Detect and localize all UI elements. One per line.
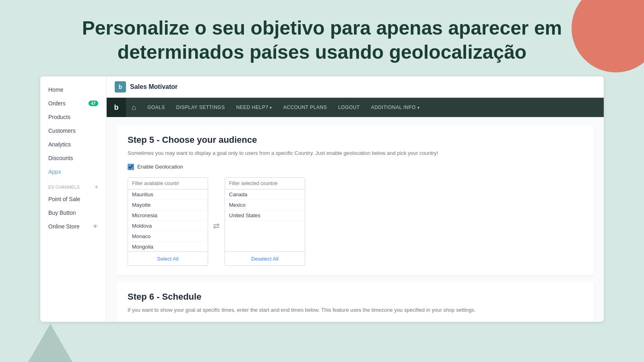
available-countries-footer: Select All [128, 252, 208, 266]
nav-display-settings[interactable]: DISPLAY SETTINGS [171, 98, 231, 117]
home-nav-button[interactable]: ⌂ [126, 98, 142, 117]
list-item[interactable]: Micronesia [128, 210, 208, 221]
nav-goals[interactable]: GOALS [142, 98, 171, 117]
step6-card: Step 6 - Schedule If you want to show yo… [116, 282, 594, 322]
app-brand-icon: b [115, 81, 126, 93]
nav-brand-letter: b [114, 103, 119, 112]
eye-icon: 👁 [93, 223, 98, 230]
need-help-chevron: ▾ [270, 105, 272, 110]
sidebar-item-point-of-sale[interactable]: Point of Sale [40, 192, 106, 206]
main-wrapper: Home Orders 47 Products Customers Analyt… [40, 76, 604, 322]
list-item[interactable]: Mexico [225, 200, 305, 210]
list-item[interactable]: United States [225, 210, 305, 221]
sidebar-item-products[interactable]: Products [40, 110, 106, 124]
step5-title: Step 5 - Choose your audience [128, 135, 583, 145]
available-countries-list: Mauritius Mayotte Micronesia Moldova Mon… [128, 189, 208, 252]
additional-info-chevron: ▾ [417, 105, 420, 110]
step5-card: Step 5 - Choose your audience Sometimes … [116, 125, 594, 276]
nav-items: GOALS DISPLAY SETTINGS NEED HELP? ▾ ACCO… [142, 98, 425, 117]
app-header: b Sales Motivator [107, 76, 604, 98]
transfer-icon: ⇄ [211, 221, 221, 230]
available-countries-filter[interactable] [128, 177, 208, 189]
sidebar-item-apps[interactable]: Apps [40, 165, 106, 179]
sidebar-item-online-store[interactable]: Online Store 👁 [40, 220, 106, 233]
step5-description: Sometimes you may want to display a goal… [128, 149, 583, 157]
list-item[interactable]: Mauritius [128, 189, 208, 200]
country-pickers: Mauritius Mayotte Micronesia Moldova Mon… [128, 177, 583, 266]
content-area: b Sales Motivator b ⌂ GOALS DISPLAY SETT… [107, 76, 604, 322]
sidebar-item-buy-button[interactable]: Buy Button [40, 206, 106, 220]
selected-countries-footer: Deselect All [225, 252, 305, 266]
list-item[interactable]: Monaco [128, 231, 208, 242]
geolocation-label[interactable]: Enable Geolocation [137, 164, 183, 170]
sidebar-item-home[interactable]: Home [40, 83, 106, 97]
selected-countries-filter[interactable] [225, 177, 305, 189]
page-content: Step 5 - Choose your audience Sometimes … [107, 117, 604, 322]
headline-line2: determinados países usando geolocalizaçã… [118, 41, 526, 63]
sidebar: Home Orders 47 Products Customers Analyt… [40, 76, 107, 322]
geolocation-checkbox[interactable] [128, 164, 134, 170]
nav-brand: b [107, 98, 126, 117]
sidebar-item-discounts[interactable]: Discounts [40, 151, 106, 165]
nav-account-plans[interactable]: ACCOUNT PLANS [278, 98, 332, 117]
selected-countries-list: Canada Mexico United States [225, 189, 305, 252]
headline-line1: Personalize o seu objetivo para apenas a… [82, 17, 562, 39]
nav-logout[interactable]: LOGOUT [332, 98, 365, 117]
deselect-all-button[interactable]: Deselect All [251, 256, 279, 262]
nav-additional-info[interactable]: ADDITIONAL INFO ▾ [365, 98, 425, 117]
sidebar-item-orders[interactable]: Orders 47 [40, 97, 106, 110]
list-item[interactable]: Mayotte [128, 200, 208, 210]
decorative-triangle [28, 324, 72, 362]
list-item[interactable]: Canada [225, 189, 305, 200]
app-name: Sales Motivator [130, 83, 178, 90]
page-headline: Personalize o seu objetivo para apenas a… [0, 0, 644, 76]
top-nav: b ⌂ GOALS DISPLAY SETTINGS NEED HELP? ▾ … [107, 98, 604, 117]
sidebar-item-analytics[interactable]: Analytics [40, 138, 106, 151]
list-item[interactable]: Moldova [128, 221, 208, 231]
available-countries-picker: Mauritius Mayotte Micronesia Moldova Mon… [128, 177, 208, 266]
sidebar-channels-section: ES CHANNELS + [40, 179, 106, 192]
add-channel-icon[interactable]: + [95, 183, 98, 191]
select-all-button[interactable]: Select All [157, 256, 178, 262]
list-item[interactable]: Mongolia [128, 242, 208, 252]
geolocation-checkbox-row: Enable Geolocation [128, 164, 583, 170]
selected-countries-picker: Canada Mexico United States Deselect All [225, 177, 305, 266]
nav-need-help[interactable]: NEED HELP? ▾ [231, 98, 278, 117]
sidebar-item-customers[interactable]: Customers [40, 124, 106, 138]
step6-description: If you want to show your goal at specifi… [128, 306, 583, 314]
orders-badge: 47 [89, 101, 98, 106]
step6-title: Step 6 - Schedule [128, 292, 583, 302]
